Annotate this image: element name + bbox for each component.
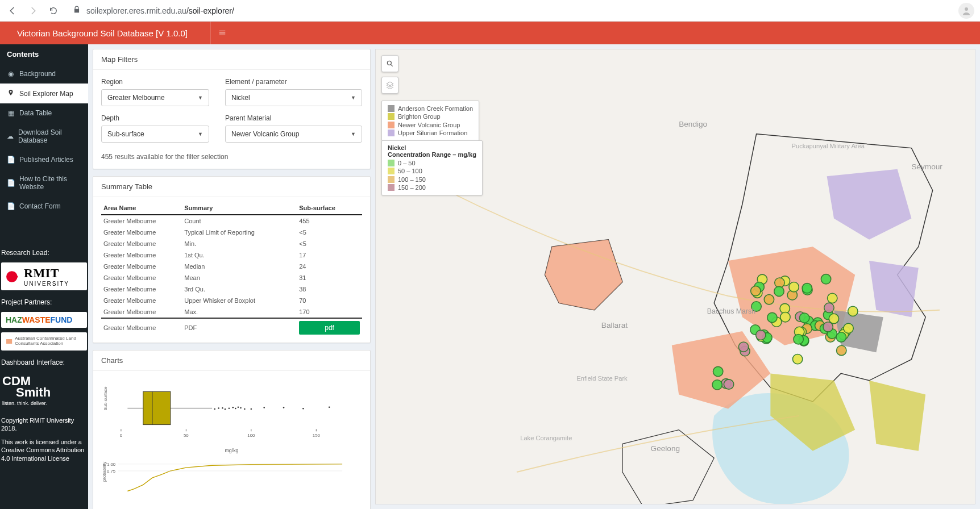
- svg-text:0: 0: [120, 433, 123, 438]
- svg-text:0.75: 0.75: [107, 469, 115, 474]
- svg-point-76: [836, 332, 846, 342]
- svg-point-11: [235, 408, 236, 410]
- sidebar-item-label: Published Articles: [19, 156, 73, 164]
- sidebar-item-label: Background: [19, 70, 56, 78]
- svg-text:Ballarat: Ballarat: [601, 321, 628, 329]
- back-button[interactable]: [6, 4, 19, 18]
- map-layers-button[interactable]: [381, 77, 398, 94]
- sidebar-heading: Contents: [0, 44, 88, 64]
- svg-point-55: [764, 295, 774, 304]
- parent-select[interactable]: Newer Volcanic Group: [225, 126, 362, 143]
- sidebar-item-label: Download Soil Database: [18, 128, 81, 144]
- svg-point-51: [774, 286, 784, 296]
- th-summary: Summary: [182, 202, 297, 215]
- svg-point-88: [756, 330, 766, 340]
- table-row: Greater MelbourneMin.<5: [101, 238, 362, 249]
- svg-text:Puckapunyal Military Area: Puckapunyal Military Area: [792, 143, 865, 149]
- summary-table: Area Name Summary Sub-surface Greater Me…: [101, 202, 362, 337]
- svg-point-38: [789, 282, 799, 291]
- svg-text:Geelong: Geelong: [651, 444, 680, 453]
- menu-toggle-button[interactable]: [210, 22, 233, 44]
- hazwaste-logo[interactable]: HAZWASTEFUND: [1, 312, 87, 328]
- svg-point-10: [232, 407, 234, 408]
- legend-row: 0 – 50: [388, 159, 476, 167]
- table-row: Greater MelbourneMean31: [101, 272, 362, 283]
- depth-select[interactable]: Sub-surface: [101, 126, 209, 143]
- svg-point-8: [225, 408, 226, 410]
- svg-point-5: [214, 408, 215, 410]
- svg-point-49: [824, 303, 834, 312]
- url-text: soilexplorer.eres.rmit.edu.au/soil-explo…: [86, 6, 234, 15]
- doc-icon: 📄: [7, 202, 15, 210]
- svg-point-59: [821, 274, 830, 284]
- sidebar-item-cite[interactable]: 📄 How to Cite this Website: [0, 169, 88, 197]
- svg-rect-3: [143, 391, 171, 424]
- pdf-button[interactable]: pdf: [299, 321, 360, 335]
- dashboard-icon: ◉: [7, 70, 15, 78]
- table-row: Greater MelbourneMax.170: [101, 306, 362, 318]
- svg-point-12: [238, 406, 239, 408]
- rmit-logo[interactable]: RMIT UNIVERSITY: [1, 262, 87, 290]
- sidebar-item-data-table[interactable]: ▦ Data Table: [0, 103, 88, 123]
- dashboard-label: Dashboard Interface:: [0, 353, 88, 370]
- boxplot-chart: Sub-surface050100150mg/kg: [99, 377, 364, 456]
- layers-icon: [385, 81, 395, 90]
- svg-text:1.00: 1.00: [107, 462, 116, 467]
- rmit-icon: [6, 269, 20, 284]
- legend-row: 100 – 150: [388, 176, 476, 183]
- legend-row: Newer Volcanic Group: [388, 121, 473, 129]
- table-row: Greater MelbourneCount455: [101, 215, 362, 227]
- svg-point-9: [229, 407, 230, 409]
- card-title: Map Filters: [93, 49, 370, 70]
- card-title: Summary Table: [93, 177, 370, 197]
- svg-point-91: [712, 380, 722, 390]
- browser-toolbar: soilexplorer.eres.rmit.edu.au/soil-explo…: [0, 0, 980, 22]
- svg-text:mg/kg: mg/kg: [225, 448, 239, 453]
- reload-button[interactable]: [47, 4, 60, 18]
- map-filters-card: Map Filters Region Greater Melbourne Ele…: [93, 49, 371, 169]
- element-select[interactable]: Nickel: [225, 89, 362, 106]
- map-panel[interactable]: Bendigo Seymour Ballarat Bacchus Marsh G…: [375, 49, 975, 504]
- svg-point-79: [794, 335, 803, 344]
- map-search-button[interactable]: [381, 55, 398, 72]
- sidebar-item-published[interactable]: 📄 Published Articles: [0, 150, 88, 169]
- doc-icon: 📄: [7, 156, 15, 164]
- address-bar[interactable]: soilexplorer.eres.rmit.edu.au/soil-explo…: [73, 6, 234, 15]
- sidebar-item-soil-explorer[interactable]: Soil Explorer Map: [0, 84, 88, 103]
- svg-text:Enfield State Park: Enfield State Park: [576, 375, 628, 382]
- table-icon: ▦: [7, 109, 15, 117]
- table-row: Greater Melbourne1st Qu.17: [101, 249, 362, 261]
- legend-row: Upper Silurian Formation: [388, 129, 473, 137]
- th-area: Area Name: [101, 202, 182, 215]
- sidebar-item-contact[interactable]: 📄 Contact Form: [0, 197, 88, 216]
- legend-row: Anderson Creek Formation: [388, 105, 473, 112]
- svg-point-16: [263, 407, 265, 408]
- svg-point-82: [738, 342, 748, 352]
- table-row: Greater MelbourneMedian24: [101, 261, 362, 272]
- svg-point-58: [828, 293, 837, 303]
- forward-button[interactable]: [26, 4, 40, 18]
- sidebar-item-background[interactable]: ◉ Background: [0, 64, 88, 84]
- sidebar-item-label: Data Table: [19, 109, 52, 117]
- app-title: Victorian Background Soil Database [V 1.…: [0, 28, 210, 38]
- table-row-pdf: Greater MelbournePDFpdf: [101, 318, 362, 337]
- partners-label: Project Partners:: [0, 293, 88, 310]
- svg-point-7: [222, 407, 223, 409]
- svg-text:Sub-surface: Sub-surface: [103, 386, 108, 410]
- svg-point-103: [387, 61, 391, 65]
- aclca-logo[interactable]: Australian Contaminated Land Consultants…: [1, 332, 87, 351]
- cdm-logo[interactable]: CDM Smith listen. think. deliver.: [1, 372, 87, 410]
- svg-point-60: [802, 283, 812, 293]
- sidebar-item-download[interactable]: ☁ Download Soil Database: [0, 123, 88, 150]
- table-row: Greater MelbourneTypical Limit of Report…: [101, 227, 362, 238]
- svg-point-83: [792, 354, 802, 364]
- svg-text:150: 150: [313, 433, 321, 438]
- svg-point-17: [283, 407, 285, 408]
- pin-icon: [7, 89, 15, 98]
- legend-row: 50 – 100: [388, 167, 476, 175]
- table-row: Greater Melbourne3rd Qu.38: [101, 283, 362, 295]
- svg-point-0: [965, 7, 968, 11]
- profile-icon[interactable]: [958, 3, 974, 19]
- region-select[interactable]: Greater Melbourne: [101, 89, 209, 106]
- sidebar-item-label: Soil Explorer Map: [19, 90, 73, 98]
